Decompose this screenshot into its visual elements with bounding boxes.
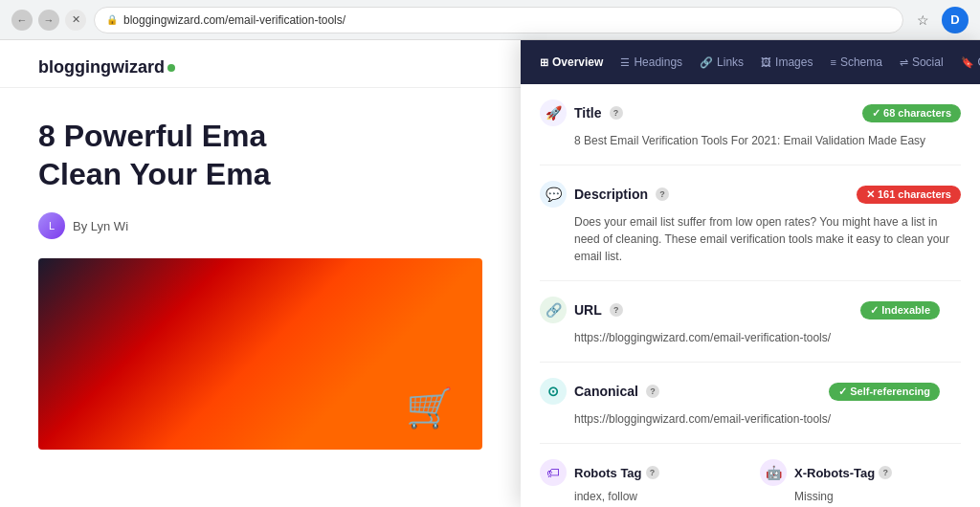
title-line1: 8 Powerful Ema <box>38 119 266 153</box>
seo-panel: ⊞ Overview ☰ Headings 🔗 Links 🖼 Images ≡… <box>521 40 980 507</box>
x-robots-value: Missing <box>760 490 961 503</box>
url-row: 🔗 URL ? ✓ Indexable ? https://bloggingwi… <box>540 297 961 363</box>
robots-col-header: 🏷 Robots Tag ? <box>540 459 741 486</box>
cart-icon: 🛒 <box>406 386 454 430</box>
description-help-icon[interactable]: ? <box>656 187 669 201</box>
tab-headings-label: Headings <box>634 55 682 69</box>
tab-links-label: Links <box>717 55 744 69</box>
title-text: Title <box>574 105 602 121</box>
blog-article: 8 Powerful Ema Clean Your Ema L By Lyn W… <box>0 88 521 469</box>
canonical-badge-container: ✓ Self-referencing ? <box>829 383 961 401</box>
canonical-badge-help[interactable]: ? <box>944 383 961 400</box>
blog-logo: bloggingwizard <box>38 57 482 77</box>
forward-button[interactable]: → <box>38 10 59 31</box>
url-badge-help[interactable]: ? <box>944 301 961 319</box>
tab-schema-label: Schema <box>840 55 882 69</box>
title-row-header: 🚀 Title ? ✓ 68 characters <box>540 99 961 126</box>
tab-overview-label: Overview <box>552 55 603 69</box>
back-button[interactable]: ← <box>11 10 33 31</box>
canonical-badge: ✓ Self-referencing <box>829 383 940 401</box>
reload-button[interactable]: ✕ <box>65 10 86 31</box>
canonical-icon: ⊙ <box>540 378 567 405</box>
description-badge-container: ✕ 161 characters <box>857 186 961 204</box>
blog-page: bloggingwizard 8 Powerful Ema Clean Your… <box>0 40 521 507</box>
browser-chrome: ← → ✕ 🔒 bloggingwizard.com/email-verific… <box>0 0 980 40</box>
canonical-row-header: ⊙ Canonical ? ✓ Self-referencing ? <box>540 378 961 405</box>
tab-overview[interactable]: ⊞ Overview <box>532 50 611 75</box>
canonical-row: ⊙ Canonical ? ✓ Self-referencing ? https… <box>540 378 961 444</box>
x-robots-col: 🤖 X-Robots-Tag ? Missing <box>760 459 961 503</box>
article-title: 8 Powerful Ema Clean Your Ema <box>38 117 402 193</box>
article-image: 🛒 <box>38 258 482 450</box>
overview-icon: ⊞ <box>540 56 548 69</box>
url-icon: 🔗 <box>540 297 567 323</box>
description-text: Description <box>574 187 648 202</box>
logo-text: bloggingwizard <box>38 57 165 77</box>
title-badge: ✓ 68 characters <box>862 104 961 122</box>
tab-links[interactable]: 🔗 Links <box>692 50 751 75</box>
robots-text: Robots Tag <box>574 466 642 480</box>
address-bar[interactable]: 🔒 bloggingwizard.com/email-verification-… <box>94 7 903 33</box>
url-help-icon[interactable]: ? <box>610 303 623 317</box>
headings-icon: ☰ <box>620 56 630 69</box>
canonical-text: Canonical <box>574 384 638 399</box>
lock-icon: 🔒 <box>106 14 118 25</box>
url-badge: ✓ Indexable <box>860 301 940 320</box>
url-label: 🔗 URL ? <box>540 297 623 323</box>
tab-schema[interactable]: ≡ Schema <box>822 50 889 75</box>
images-icon: 🖼 <box>761 56 771 68</box>
bookmark-button[interactable]: ☆ <box>911 9 934 32</box>
browser-nav-buttons: ← → ✕ <box>11 10 86 31</box>
x-robots-help-icon[interactable]: ? <box>879 466 892 479</box>
description-row-header: 💬 Description ? ✕ 161 characters <box>540 181 961 208</box>
description-label: 💬 Description ? <box>540 181 669 208</box>
canonical-help-icon[interactable]: ? <box>646 385 659 398</box>
url-badge-container: ✓ Indexable ? <box>860 301 961 320</box>
title-icon: 🚀 <box>540 99 567 126</box>
description-value: Does your email list suffer from low ope… <box>540 213 961 265</box>
tab-images[interactable]: 🖼 Images <box>753 50 820 75</box>
tab-social-label: Social <box>912 55 944 69</box>
schema-icon: ≡ <box>830 56 835 68</box>
url-text: bloggingwizard.com/email-verification-to… <box>123 13 345 27</box>
robots-label: Robots Tag ? <box>574 466 659 480</box>
description-row: 💬 Description ? ✕ 161 characters Does yo… <box>540 181 961 281</box>
blog-header: bloggingwizard <box>0 40 521 88</box>
robots-tag-col: 🏷 Robots Tag ? index, follow <box>540 459 741 503</box>
url-row-header: 🔗 URL ? ✓ Indexable ? <box>540 297 961 323</box>
author-avatar: L <box>38 212 65 239</box>
title-help-icon[interactable]: ? <box>610 106 623 120</box>
title-label: 🚀 Title ? <box>540 99 623 126</box>
links-icon: 🔗 <box>700 56 713 69</box>
quicklinks-icon: 🔖 <box>961 56 974 69</box>
canonical-value: https://bloggingwizard.com/email-verific… <box>540 410 961 428</box>
author-name: By Lyn Wi <box>73 219 128 233</box>
title-row: 🚀 Title ? ✓ 68 characters 8 Best Email V… <box>540 99 961 165</box>
social-icon: ⇌ <box>900 56 908 69</box>
x-robots-label: X-Robots-Tag ? <box>794 466 892 480</box>
title-value: 8 Best Email Verification Tools For 2021… <box>540 132 961 149</box>
tab-quicklinks[interactable]: 🔖 Quick Links <box>953 50 980 75</box>
robots-help-icon[interactable]: ? <box>646 466 659 479</box>
title-line2: Clean Your Ema <box>38 157 270 191</box>
main-area: bloggingwizard 8 Powerful Ema Clean Your… <box>0 40 980 507</box>
robots-icon: 🏷 <box>540 459 567 486</box>
description-icon: 💬 <box>540 181 567 208</box>
tab-images-label: Images <box>775 55 813 69</box>
tab-headings[interactable]: ☰ Headings <box>612 50 690 75</box>
description-badge: ✕ 161 characters <box>857 186 961 204</box>
extension-button[interactable]: D <box>942 7 969 33</box>
logo-dot <box>167 64 175 72</box>
url-text: URL <box>574 302 602 318</box>
x-robots-text: X-Robots-Tag <box>794 466 875 480</box>
canonical-label: ⊙ Canonical ? <box>540 378 659 405</box>
seo-content: 🚀 Title ? ✓ 68 characters 8 Best Email V… <box>521 84 980 507</box>
x-robots-col-header: 🤖 X-Robots-Tag ? <box>760 459 961 486</box>
seo-tabs: ⊞ Overview ☰ Headings 🔗 Links 🖼 Images ≡… <box>521 40 980 84</box>
robots-row: 🏷 Robots Tag ? index, follow 🤖 X-Robots-… <box>540 459 961 507</box>
robots-value: index, follow <box>540 490 741 503</box>
tab-social[interactable]: ⇌ Social <box>892 50 951 75</box>
url-value: https://bloggingwizard.com/email-verific… <box>540 329 961 346</box>
title-badge-container: ✓ 68 characters <box>862 104 961 122</box>
article-author: L By Lyn Wi <box>38 212 482 239</box>
